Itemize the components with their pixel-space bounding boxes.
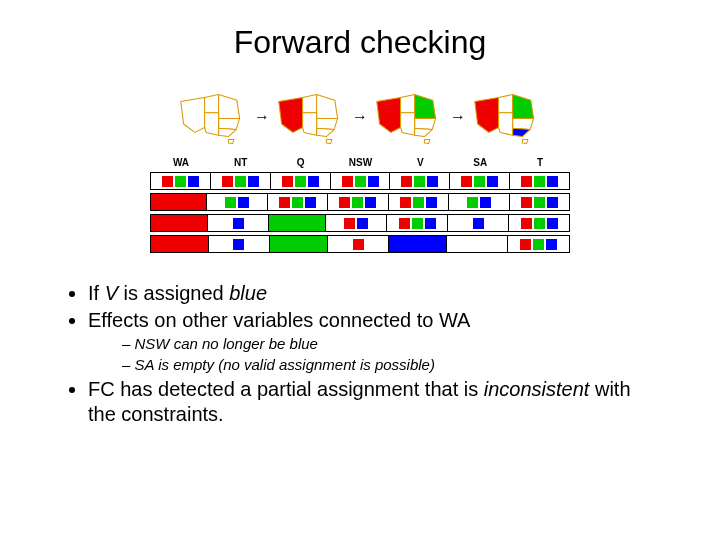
var-cell — [327, 194, 387, 210]
page-title: Forward checking — [0, 0, 720, 61]
color-square — [353, 239, 364, 250]
color-square — [344, 218, 355, 229]
color-square — [467, 197, 478, 208]
color-square — [248, 176, 259, 187]
australia-map — [374, 89, 444, 145]
color-square — [357, 218, 368, 229]
var-cell — [389, 173, 449, 189]
var-cell — [447, 215, 508, 231]
color-square — [225, 197, 236, 208]
sub-bullet: SA is empty (no valid assignment is poss… — [122, 356, 660, 375]
color-square — [520, 239, 531, 250]
color-square — [521, 176, 532, 187]
domain-row — [150, 172, 570, 190]
bullet-item: FC has detected a partial assignment tha… — [88, 377, 660, 427]
color-square — [222, 176, 233, 187]
arrow-icon: → — [352, 108, 368, 126]
var-cell — [151, 173, 210, 189]
var-cell — [210, 173, 270, 189]
color-square — [547, 176, 558, 187]
australia-map — [472, 89, 542, 145]
color-square — [521, 197, 532, 208]
color-square — [547, 197, 558, 208]
color-square — [292, 197, 303, 208]
bullets: If V is assigned blueEffects on other va… — [0, 271, 720, 427]
var-cell — [151, 194, 206, 210]
color-square — [534, 176, 545, 187]
color-fill — [151, 215, 207, 231]
color-square — [425, 218, 436, 229]
column-label: WA — [151, 157, 211, 168]
color-square — [282, 176, 293, 187]
color-square — [368, 176, 379, 187]
color-square — [414, 176, 425, 187]
color-square — [412, 218, 423, 229]
var-cell — [388, 236, 446, 252]
sub-list: NSW can no longer be blueSA is empty (no… — [88, 335, 660, 375]
color-square — [352, 197, 363, 208]
domain-row — [150, 235, 570, 253]
var-cell — [330, 173, 390, 189]
australia-map — [276, 89, 346, 145]
color-square — [473, 218, 484, 229]
var-cell — [449, 173, 509, 189]
color-square — [534, 218, 545, 229]
color-fill — [389, 236, 446, 252]
var-cell — [508, 215, 569, 231]
color-square — [355, 176, 366, 187]
color-square — [480, 197, 491, 208]
var-cell — [151, 236, 208, 252]
color-fill — [151, 236, 208, 252]
color-square — [295, 176, 306, 187]
column-label: T — [510, 157, 570, 168]
var-cell — [269, 236, 327, 252]
var-cell — [206, 194, 266, 210]
color-square — [188, 176, 199, 187]
color-square — [427, 176, 438, 187]
color-fill — [151, 194, 206, 210]
var-cell — [327, 236, 389, 252]
arrow-icon: → — [254, 108, 270, 126]
color-square — [233, 218, 244, 229]
var-cell — [446, 236, 508, 252]
color-square — [487, 176, 498, 187]
color-square — [162, 176, 173, 187]
color-square — [401, 176, 412, 187]
color-square — [399, 218, 410, 229]
color-square — [413, 197, 424, 208]
domain-table — [150, 172, 570, 253]
color-square — [175, 176, 186, 187]
domain-row — [150, 214, 570, 232]
color-square — [546, 239, 557, 250]
bullet-item: If V is assigned blue — [88, 281, 660, 306]
color-square — [400, 197, 411, 208]
var-cell — [208, 236, 270, 252]
color-square — [339, 197, 350, 208]
color-square — [238, 197, 249, 208]
color-fill — [270, 236, 327, 252]
color-square — [308, 176, 319, 187]
var-cell — [151, 215, 207, 231]
var-cell — [388, 194, 448, 210]
australia-map — [178, 89, 248, 145]
color-square — [534, 197, 545, 208]
domain-row — [150, 193, 570, 211]
labels-row: WANTQNSWVSAT — [150, 157, 570, 168]
column-label: SA — [450, 157, 510, 168]
figure: → → → WANTQNSWVSAT — [150, 89, 570, 253]
column-label: V — [390, 157, 450, 168]
column-label: NT — [211, 157, 271, 168]
var-cell — [268, 215, 325, 231]
var-cell — [509, 173, 569, 189]
color-square — [305, 197, 316, 208]
color-square — [547, 218, 558, 229]
bullet-item: Effects on other variables connected to … — [88, 308, 660, 375]
column-label: NSW — [331, 157, 391, 168]
color-square — [521, 218, 532, 229]
color-square — [461, 176, 472, 187]
var-cell — [325, 215, 386, 231]
var-cell — [448, 194, 508, 210]
column-label: Q — [271, 157, 331, 168]
color-square — [474, 176, 485, 187]
var-cell — [507, 236, 569, 252]
